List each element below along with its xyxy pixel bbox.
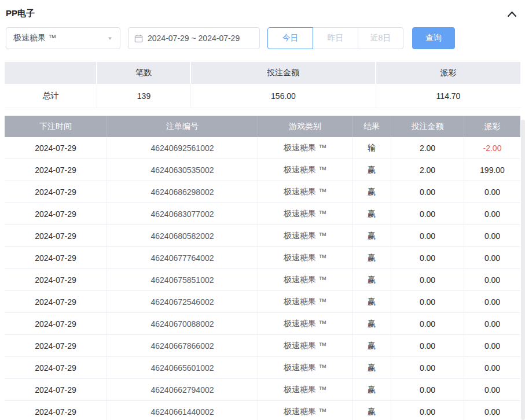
game-type-cell: 极速糖果 ™ bbox=[258, 401, 353, 420]
summary-total-bet-amount: 156.00 bbox=[191, 84, 376, 108]
result-cell: 赢 bbox=[353, 401, 391, 420]
table-row: 2024-07-2946240667866002极速糖果 ™赢0.000.00 bbox=[5, 335, 520, 357]
bet-id-cell: 46240677764002 bbox=[107, 247, 258, 268]
summary-total-label: 总计 bbox=[5, 84, 97, 108]
header-payout: 派彩 bbox=[464, 116, 520, 137]
result-cell: 赢 bbox=[353, 159, 391, 180]
summary-table: 笔数 投注金额 派彩 总计 139 156.00 114.70 bbox=[5, 62, 520, 108]
table-row: 2024-07-2946240672546002极速糖果 ™赢0.000.00 bbox=[5, 291, 520, 313]
payout-cell: 0.00 bbox=[464, 401, 520, 420]
bet-time-cell: 2024-07-29 bbox=[5, 335, 107, 356]
game-type-cell: 极速糖果 ™ bbox=[258, 225, 353, 246]
payout-cell: 0.00 bbox=[464, 269, 520, 290]
summary-header-row: 笔数 投注金额 派彩 bbox=[5, 62, 520, 84]
result-cell: 赢 bbox=[353, 203, 391, 224]
game-select[interactable]: 极速糖果 ™ ▼ bbox=[6, 27, 120, 49]
payout-cell: 0.00 bbox=[464, 247, 520, 268]
table-row: 2024-07-2946240683077002极速糖果 ™赢0.000.00 bbox=[5, 203, 520, 225]
result-cell: 赢 bbox=[353, 379, 391, 400]
bet-amount-cell: 2.00 bbox=[391, 159, 464, 180]
bet-amount-cell: 0.00 bbox=[391, 203, 464, 224]
game-type-cell: 极速糖果 ™ bbox=[258, 247, 353, 268]
table-row: 2024-07-2946240661440002极速糖果 ™赢0.000.00 bbox=[5, 401, 520, 420]
table-row: 2024-07-2946240675851002极速糖果 ™赢0.000.00 bbox=[5, 269, 520, 291]
bet-records-table: 下注时间 注单编号 游戏类别 结果 投注金额 派彩 2024-07-294624… bbox=[5, 116, 520, 420]
bet-time-cell: 2024-07-29 bbox=[5, 313, 107, 334]
bet-table-header-row: 下注时间 注单编号 游戏类别 结果 投注金额 派彩 bbox=[5, 116, 520, 137]
table-row: 2024-07-2946240677764002极速糖果 ™赢0.000.00 bbox=[5, 247, 520, 269]
result-cell: 输 bbox=[353, 137, 391, 159]
yesterday-button[interactable]: 昨日 bbox=[313, 27, 358, 49]
collapse-chevron-icon[interactable] bbox=[507, 10, 517, 17]
summary-header-blank bbox=[5, 62, 97, 84]
game-type-cell: 极速糖果 ™ bbox=[258, 159, 353, 180]
bet-id-cell: 46240665601002 bbox=[107, 357, 258, 378]
bet-amount-cell: 0.00 bbox=[391, 291, 464, 312]
game-select-value: 极速糖果 ™ bbox=[13, 33, 56, 43]
result-cell: 赢 bbox=[353, 313, 391, 334]
date-range-value: 2024-07-29 ~ 2024-07-29 bbox=[148, 34, 240, 43]
table-row: 2024-07-2946240670088002极速糖果 ™赢0.000.00 bbox=[5, 313, 520, 335]
header-bet-id: 注单编号 bbox=[107, 116, 258, 137]
bet-amount-cell: 2.00 bbox=[391, 137, 464, 159]
quick-date-button-group: 今日 昨日 近8日 bbox=[267, 27, 403, 49]
bet-id-cell: 46240667866002 bbox=[107, 335, 258, 356]
payout-cell: 0.00 bbox=[464, 291, 520, 312]
bet-time-cell: 2024-07-29 bbox=[5, 247, 107, 268]
summary-header-count: 笔数 bbox=[97, 62, 191, 84]
summary-header-payout: 派彩 bbox=[376, 62, 520, 84]
today-button[interactable]: 今日 bbox=[267, 27, 313, 49]
bet-amount-cell: 0.00 bbox=[391, 225, 464, 246]
game-type-cell: 极速糖果 ™ bbox=[258, 181, 353, 202]
bet-time-cell: 2024-07-29 bbox=[5, 203, 107, 224]
bet-time-cell: 2024-07-29 bbox=[5, 357, 107, 378]
game-type-cell: 极速糖果 ™ bbox=[258, 269, 353, 290]
header-game-type: 游戏类别 bbox=[258, 116, 353, 137]
game-type-cell: 极速糖果 ™ bbox=[258, 335, 353, 356]
game-type-cell: 极速糖果 ™ bbox=[258, 291, 353, 312]
panel-header: PP电子 bbox=[5, 0, 520, 24]
summary-header-bet-amount: 投注金额 bbox=[191, 62, 376, 84]
filter-bar: 极速糖果 ™ ▼ 2024-07-29 ~ 2024-07-29 今日 昨日 近… bbox=[6, 27, 519, 49]
header-bet-amount: 投注金额 bbox=[391, 116, 464, 137]
search-button[interactable]: 查询 bbox=[412, 27, 455, 49]
payout-cell: 0.00 bbox=[464, 357, 520, 378]
result-cell: 赢 bbox=[353, 357, 391, 378]
bet-amount-cell: 0.00 bbox=[391, 269, 464, 290]
summary-total-row: 总计 139 156.00 114.70 bbox=[5, 84, 520, 108]
bet-time-cell: 2024-07-29 bbox=[5, 225, 107, 246]
game-type-cell: 极速糖果 ™ bbox=[258, 313, 353, 334]
game-type-cell: 极速糖果 ™ bbox=[258, 379, 353, 400]
summary-total-payout: 114.70 bbox=[376, 84, 520, 108]
calendar-icon bbox=[134, 34, 143, 43]
bet-id-cell: 46240692561002 bbox=[107, 137, 258, 159]
summary-total-count: 139 bbox=[97, 84, 191, 108]
bet-time-cell: 2024-07-29 bbox=[5, 379, 107, 400]
game-type-cell: 极速糖果 ™ bbox=[258, 137, 353, 159]
bet-id-cell: 46240680582002 bbox=[107, 225, 258, 246]
payout-cell: 0.00 bbox=[464, 313, 520, 334]
result-cell: 赢 bbox=[353, 291, 391, 312]
bet-time-cell: 2024-07-29 bbox=[5, 181, 107, 202]
bet-amount-cell: 0.00 bbox=[391, 401, 464, 420]
bet-id-cell: 46240686298002 bbox=[107, 181, 258, 202]
bet-amount-cell: 0.00 bbox=[391, 181, 464, 202]
vertical-scrollbar[interactable] bbox=[521, 120, 525, 420]
bet-id-cell: 46240683077002 bbox=[107, 203, 258, 224]
result-cell: 赢 bbox=[353, 181, 391, 202]
bet-time-cell: 2024-07-29 bbox=[5, 401, 107, 420]
bet-table-body: 2024-07-2946240692561002极速糖果 ™输2.00-2.00… bbox=[5, 137, 520, 420]
payout-cell: 0.00 bbox=[464, 203, 520, 224]
last-8-days-button[interactable]: 近8日 bbox=[358, 27, 403, 49]
bet-id-cell: 46240675851002 bbox=[107, 269, 258, 290]
table-row: 2024-07-2946240665601002极速糖果 ™赢0.000.00 bbox=[5, 357, 520, 379]
result-cell: 赢 bbox=[353, 269, 391, 290]
bet-amount-cell: 0.00 bbox=[391, 357, 464, 378]
pp-electronic-panel: PP电子 极速糖果 ™ ▼ 2024-07-29 ~ 2024-07-29 bbox=[0, 0, 525, 420]
bet-id-cell: 46240630535002 bbox=[107, 159, 258, 180]
payout-cell: 0.00 bbox=[464, 181, 520, 202]
date-range-input[interactable]: 2024-07-29 ~ 2024-07-29 bbox=[128, 27, 260, 49]
table-row: 2024-07-2946240692561002极速糖果 ™输2.00-2.00 bbox=[5, 137, 520, 159]
bet-id-cell: 46240670088002 bbox=[107, 313, 258, 334]
table-row: 2024-07-2946240630535002极速糖果 ™赢2.00199.0… bbox=[5, 159, 520, 181]
